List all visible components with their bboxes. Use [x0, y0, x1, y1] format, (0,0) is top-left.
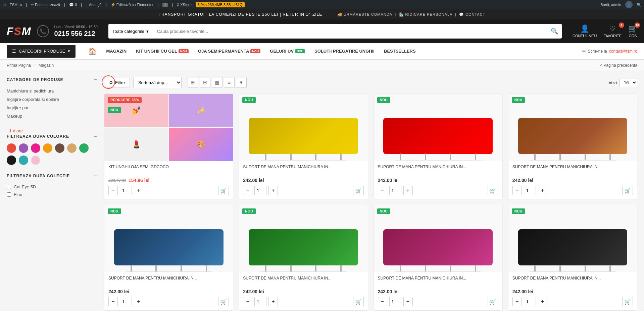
view-grid-2[interactable]: ▦: [212, 77, 222, 88]
add-to-cart-3[interactable]: 🛒: [488, 186, 498, 195]
qty-minus-7[interactable]: −: [378, 297, 387, 306]
admin-search-icon[interactable]: 🔍: [637, 3, 641, 7]
color-pink[interactable]: [31, 143, 40, 153]
track-order-link[interactable]: URMĂREȘTE COMANDA: [344, 12, 392, 16]
color-red[interactable]: [7, 143, 16, 153]
cart-button[interactable]: 🛒 10 COS: [628, 24, 637, 38]
contact-email-link[interactable]: contact@fsm.ro: [609, 49, 637, 54]
qty-plus-6[interactable]: +: [268, 297, 278, 306]
nav-kit-unghii[interactable]: KIT UNGHII CU GEL NOU: [131, 43, 193, 60]
add-to-cart-4[interactable]: 🛒: [622, 186, 633, 195]
color-orange[interactable]: [43, 143, 52, 153]
product-card-5[interactable]: NOU SUPORT DE MANA PENTRU MANICHIURA IN.…: [104, 205, 233, 311]
categories-button[interactable]: ☰ CATEGORII PRODUSE ▾: [7, 45, 76, 58]
view-grid-3[interactable]: ⊟: [200, 77, 210, 88]
admin-elementor[interactable]: ⚡ Editează cu Elementor: [111, 3, 154, 7]
qty-plus-1[interactable]: +: [134, 186, 143, 195]
qty-minus-2[interactable]: −: [243, 186, 252, 195]
breadcrumb-home[interactable]: Prima Pagină: [7, 63, 31, 68]
admin-user-avatar[interactable]: 👤: [625, 1, 633, 8]
color-teal[interactable]: [19, 156, 28, 165]
sidebar-item-manichiura[interactable]: Manichiura si pedichiura: [7, 87, 97, 95]
qty-plus-8[interactable]: +: [538, 297, 547, 306]
categories-toggle[interactable]: −: [94, 77, 97, 83]
qty-plus-3[interactable]: +: [403, 186, 413, 195]
contact-link[interactable]: CONTACT: [465, 12, 485, 16]
qty-plus-4[interactable]: +: [538, 186, 547, 195]
product-card-6[interactable]: NOU SUPORT DE MANA PENTRU MANICHIURA IN.…: [239, 205, 368, 311]
admin-comments[interactable]: 💬 0: [69, 3, 77, 7]
color-toggle[interactable]: −: [94, 133, 97, 139]
collection-flux-checkbox[interactable]: [7, 192, 11, 197]
admin-personalize[interactable]: ✏ Personalizează: [31, 3, 60, 7]
nav-solutii[interactable]: SOLUTII PREGATIRE UNGHII: [310, 43, 379, 60]
pickup-link[interactable]: RIDICARE PERSONALA: [405, 12, 452, 16]
qty-minus-1[interactable]: −: [108, 186, 118, 195]
per-page-select[interactable]: 16 8 12 24 32: [620, 78, 637, 87]
add-to-cart-7[interactable]: 🛒: [488, 297, 498, 306]
logo[interactable]: FSM: [7, 25, 32, 38]
prev-page-link[interactable]: < Pagina precedenta: [600, 63, 637, 68]
qty-minus-4[interactable]: −: [512, 186, 522, 195]
qty-minus-6[interactable]: −: [243, 297, 252, 306]
search-button[interactable]: 🔍: [547, 24, 562, 39]
view-more-options[interactable]: ▾: [236, 77, 247, 88]
color-green[interactable]: [79, 143, 89, 153]
sidebar-item-ingrijire-par[interactable]: Ingrijire par: [7, 104, 97, 112]
product-card-7[interactable]: NOU SUPORT DE MANA PENTRU MANICHIURA IN.…: [374, 205, 503, 311]
collection-cat-eye-checkbox[interactable]: [7, 185, 11, 189]
color-black[interactable]: [7, 156, 16, 165]
qty-minus-3[interactable]: −: [378, 186, 387, 195]
product-card-3[interactable]: NOU SUPORT DE MANA PENTRU MANICHIURA IN.…: [374, 94, 503, 199]
add-to-cart-1[interactable]: 🛒: [218, 186, 229, 195]
nav-magazin[interactable]: MAGAZIN: [101, 43, 131, 60]
color-beige[interactable]: [67, 143, 77, 153]
color-brown[interactable]: [55, 143, 64, 153]
qty-input-2[interactable]: [254, 186, 266, 195]
qty-plus-2[interactable]: +: [268, 186, 278, 195]
collection-flux[interactable]: Flux: [7, 191, 97, 198]
qty-input-7[interactable]: [389, 297, 401, 306]
admin-xstore[interactable]: X XStore: [177, 3, 192, 7]
qty-plus-7[interactable]: +: [403, 297, 413, 306]
qty-minus-5[interactable]: −: [108, 297, 118, 306]
product-card-1[interactable]: 💅 ✨ 💄 🎨 REDUCERE 35% NOU KIT UNGHII OJA …: [104, 94, 233, 199]
product-card-2[interactable]: NOU SUPORT DE MANA PENTRU MANICHIURA IN.…: [239, 94, 368, 199]
admin-wp-icon[interactable]: ⊞: [3, 3, 6, 7]
qty-minus-8[interactable]: −: [512, 297, 522, 306]
qty-input-5[interactable]: [120, 297, 132, 306]
admin-add[interactable]: + Adaugă: [86, 3, 102, 7]
qty-input-8[interactable]: [524, 297, 536, 306]
qty-input-6[interactable]: [254, 297, 266, 306]
add-to-cart-8[interactable]: 🛒: [622, 297, 633, 306]
nav-geluri[interactable]: GELURI UV NOU: [265, 43, 310, 60]
sidebar-item-ingrijire-corp[interactable]: Ingrijire corporala si epilare: [7, 95, 97, 104]
color-lightpink[interactable]: [31, 156, 40, 165]
qty-input-4[interactable]: [524, 186, 536, 195]
sort-select[interactable]: Sortează dup... Preț crescător Preț desc…: [133, 77, 182, 88]
search-category-select[interactable]: Toate categoriile ▾: [108, 24, 153, 39]
nav-home[interactable]: 🏠: [84, 43, 101, 60]
qty-input-1[interactable]: [120, 186, 132, 195]
collection-cat-eye[interactable]: Cat Eye 5D: [7, 183, 97, 191]
sidebar-item-makeup[interactable]: Makeup: [7, 112, 97, 120]
qty-input-3[interactable]: [389, 186, 401, 195]
view-grid-4[interactable]: ⊞: [188, 77, 198, 88]
collection-toggle[interactable]: −: [94, 173, 97, 179]
admin-fsm-link[interactable]: FSM.ro: [10, 3, 22, 7]
nav-bestsellers[interactable]: BESTSELLERS: [379, 43, 420, 60]
color-purple[interactable]: [19, 143, 28, 153]
phone-icon[interactable]: 📞: [37, 25, 49, 37]
add-to-cart-5[interactable]: 🛒: [218, 297, 229, 306]
account-button[interactable]: 👤 CONTUL MEU: [573, 24, 597, 38]
nav-oja[interactable]: OJA SEMIPERMANENTA NOU: [193, 43, 265, 60]
add-to-cart-6[interactable]: 🛒: [353, 297, 364, 306]
qty-plus-5[interactable]: +: [134, 297, 143, 306]
product-card-4[interactable]: NOU SUPORT DE MANA PENTRU MANICHIURA IN.…: [508, 94, 637, 199]
filter-button[interactable]: ⚙ Filtre: [104, 78, 130, 87]
favorites-button[interactable]: ♡ 1 FAVORITE: [603, 24, 622, 38]
admin-badge1[interactable]: 1: [162, 3, 168, 7]
view-list[interactable]: ≡: [224, 77, 235, 88]
search-input[interactable]: [153, 24, 547, 39]
add-to-cart-2[interactable]: 🛒: [353, 186, 364, 195]
